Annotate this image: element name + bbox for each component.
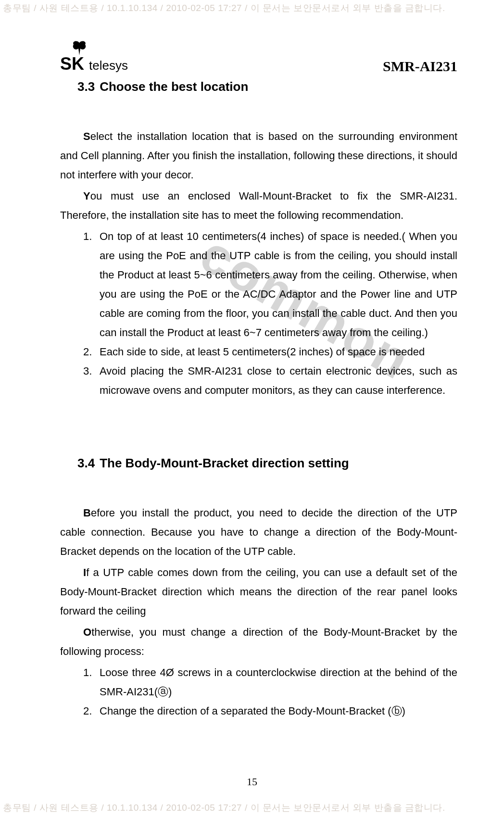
list-item: 2.Change the direction of a separated th… xyxy=(83,702,457,721)
dropcap: S xyxy=(83,130,90,142)
paragraph-text: elect the installation location that is … xyxy=(60,130,457,181)
dropcap: Y xyxy=(83,190,90,202)
list-number: 3. xyxy=(83,362,92,381)
dropcap: B xyxy=(83,507,91,519)
list-text: On top of at least 10 centimeters(4 inch… xyxy=(100,230,457,339)
list-text: Avoid placing the SMR-AI231 close to cer… xyxy=(100,365,457,396)
list-number: 2. xyxy=(83,702,92,721)
section-3-4-heading: 3.4The Body-Mount-Bracket direction sett… xyxy=(60,456,457,471)
list-item: 3.Avoid placing the SMR-AI231 close to c… xyxy=(83,362,457,400)
section-title: Choose the best location xyxy=(100,79,248,94)
page-number: 15 xyxy=(0,776,504,788)
list-text: Change the direction of a separated the … xyxy=(100,705,405,717)
list-item: 2.Each side to side, at least 5 centimet… xyxy=(83,342,457,362)
list-text: Each side to side, at least 5 centimeter… xyxy=(100,346,425,358)
dropcap: O xyxy=(83,626,91,638)
section-title: The Body-Mount-Bracket direction setting xyxy=(100,456,349,470)
paragraph: Before you install the product, you need… xyxy=(60,503,457,561)
svg-text:telesys: telesys xyxy=(89,58,128,73)
list-number: 2. xyxy=(83,342,92,362)
recommendation-list: 1.On top of at least 10 centimeters(4 in… xyxy=(60,227,457,400)
paragraph-text: therwise, you must change a direction of… xyxy=(60,626,457,657)
paragraph: You must use an enclosed Wall-Mount-Brac… xyxy=(60,187,457,225)
sk-telesys-logo: SK telesys xyxy=(60,41,142,75)
list-text: Loose three 4Ø screws in a counterclockw… xyxy=(100,666,457,698)
svg-text:SK: SK xyxy=(60,54,84,74)
header-row: SK telesys SMR-AI231 xyxy=(60,41,457,75)
list-item: 1.Loose three 4Ø screws in a countercloc… xyxy=(83,663,457,702)
paragraph: Otherwise, you must change a direction o… xyxy=(60,623,457,661)
list-number: 1. xyxy=(83,663,92,682)
list-number: 1. xyxy=(83,227,92,246)
product-id: SMR-AI231 xyxy=(383,58,457,75)
list-item: 1.On top of at least 10 centimeters(4 in… xyxy=(83,227,457,342)
process-list: 1.Loose three 4Ø screws in a countercloc… xyxy=(60,663,457,721)
security-header: 총무팀 / 사원 테스트용 / 10.1.10.134 / 2010-02-05… xyxy=(0,2,504,14)
paragraph: If a UTP cable comes down from the ceili… xyxy=(60,563,457,621)
section-3-3-heading: 3.3Choose the best location xyxy=(60,79,457,94)
section-number: 3.3 xyxy=(77,79,95,94)
paragraph: Select the installation location that is… xyxy=(60,127,457,185)
section-number: 3.4 xyxy=(77,456,95,470)
paragraph-text: ou must use an enclosed Wall-Mount-Brack… xyxy=(60,190,457,221)
security-footer: 총무팀 / 사원 테스트용 / 10.1.10.134 / 2010-02-05… xyxy=(0,802,504,814)
paragraph-text: efore you install the product, you need … xyxy=(60,507,457,557)
paragraph-text: f a UTP cable comes down from the ceilin… xyxy=(60,566,457,617)
